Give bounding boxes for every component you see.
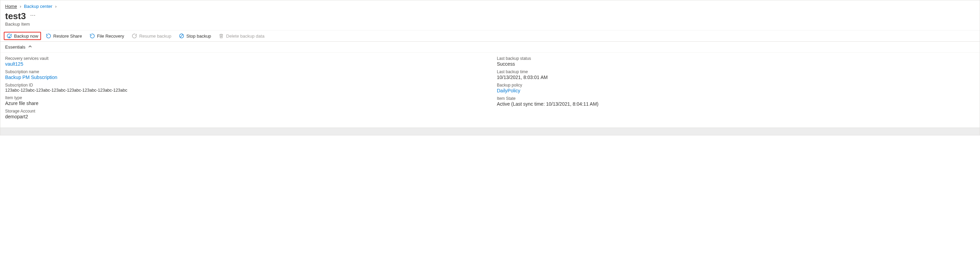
resume-backup-button: Resume backup xyxy=(129,32,174,40)
page-title-row: test3 ⋯ xyxy=(0,10,980,22)
resume-icon xyxy=(132,33,137,39)
storage-account-value: demopart2 xyxy=(5,114,483,119)
field-subscription-id: Subscription ID 123abc-123abc-123abc-123… xyxy=(5,83,483,93)
last-backup-status-label: Last backup status xyxy=(497,56,975,61)
file-recovery-icon xyxy=(89,33,95,39)
subscription-id-value: 123abc-123abc-123abc-123abc-123abc-123ab… xyxy=(5,88,483,93)
item-state-value: Active (Last sync time: 10/13/2021, 8:04… xyxy=(497,101,975,107)
last-backup-status-value: Success xyxy=(497,61,975,67)
backup-now-button[interactable]: Backup now xyxy=(4,32,41,40)
subscription-id-label: Subscription ID xyxy=(5,83,483,87)
item-type-value: Azure file share xyxy=(5,100,483,106)
field-storage-account: Storage Account demopart2 xyxy=(5,109,483,119)
last-backup-time-label: Last backup time xyxy=(497,69,975,74)
field-item-type: Item type Azure file share xyxy=(5,95,483,106)
more-actions-button[interactable]: ⋯ xyxy=(30,12,35,21)
backup-policy-link[interactable]: DailyPolicy xyxy=(497,88,975,93)
page-title: test3 xyxy=(5,11,26,22)
field-last-backup-status: Last backup status Success xyxy=(497,56,975,67)
recovery-vault-link[interactable]: vault125 xyxy=(5,61,483,67)
delete-backup-data-button: Delete backup data xyxy=(216,32,267,40)
breadcrumb: Home › Backup center › xyxy=(0,0,980,10)
field-recovery-vault: Recovery services vault vault125 xyxy=(5,56,483,67)
item-state-label: Item State xyxy=(497,96,975,101)
delete-backup-data-label: Delete backup data xyxy=(226,33,264,39)
breadcrumb-backup-center[interactable]: Backup center xyxy=(24,4,52,9)
svg-line-1 xyxy=(180,35,183,37)
chevron-right-icon: › xyxy=(55,4,56,9)
command-bar: Backup now Restore Share File Recovery xyxy=(0,30,980,41)
restore-icon xyxy=(46,33,51,39)
essentials-panel: Recovery services vault vault125 Subscri… xyxy=(0,52,980,127)
backup-now-icon xyxy=(6,33,12,39)
breadcrumb-home[interactable]: Home xyxy=(5,4,17,9)
delete-icon xyxy=(218,33,224,39)
subscription-name-label: Subscription name xyxy=(5,69,483,74)
field-subscription-name: Subscription name Backup PM Subscription xyxy=(5,69,483,80)
resume-backup-label: Resume backup xyxy=(139,33,171,39)
field-backup-policy: Backup policy DailyPolicy xyxy=(497,83,975,93)
item-type-label: Item type xyxy=(5,95,483,100)
stop-icon xyxy=(179,33,184,39)
last-backup-time-value: 10/13/2021, 8:03:01 AM xyxy=(497,75,975,80)
recovery-vault-label: Recovery services vault xyxy=(5,56,483,61)
subscription-name-link[interactable]: Backup PM Subscription xyxy=(5,75,483,80)
essentials-right-column: Last backup status Success Last backup t… xyxy=(497,56,975,122)
essentials-toggle[interactable]: Essentials xyxy=(0,41,980,52)
file-recovery-button[interactable]: File Recovery xyxy=(87,32,127,40)
backup-now-label: Backup now xyxy=(14,33,38,39)
backup-item-page: Home › Backup center › test3 ⋯ Backup It… xyxy=(0,0,980,135)
backup-policy-label: Backup policy xyxy=(497,83,975,87)
essentials-label: Essentials xyxy=(5,45,25,49)
restore-share-label: Restore Share xyxy=(53,33,82,39)
chevron-right-icon: › xyxy=(20,4,21,9)
stop-backup-button[interactable]: Stop backup xyxy=(176,32,214,40)
field-item-state: Item State Active (Last sync time: 10/13… xyxy=(497,96,975,107)
field-last-backup-time: Last backup time 10/13/2021, 8:03:01 AM xyxy=(497,69,975,80)
stop-backup-label: Stop backup xyxy=(186,33,211,39)
restore-share-button[interactable]: Restore Share xyxy=(43,32,85,40)
file-recovery-label: File Recovery xyxy=(97,33,124,39)
page-subtitle: Backup Item xyxy=(0,22,980,30)
footer-strip xyxy=(0,127,980,135)
storage-account-label: Storage Account xyxy=(5,109,483,113)
essentials-left-column: Recovery services vault vault125 Subscri… xyxy=(5,56,483,122)
chevron-up-icon xyxy=(28,45,32,49)
